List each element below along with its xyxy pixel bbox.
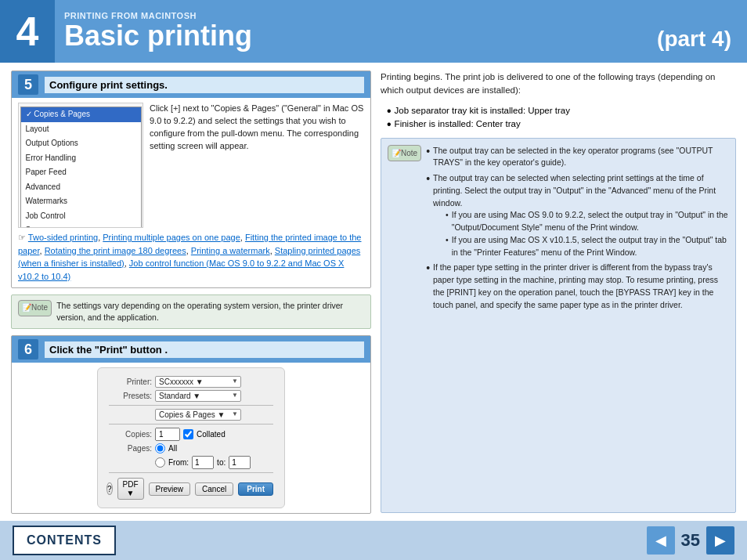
right-note-text-2-container: The output tray can be selected when sel… (433, 172, 729, 258)
chapter-number: 4 (0, 0, 55, 63)
sub-bullet-dot-1: • (446, 209, 449, 234)
step6-body: Printer: SCxxxxxx ▼ Presets: Standard ▼ … (12, 363, 370, 513)
step5-title: Configure print settings. (45, 77, 364, 93)
right-note-box: 📝Note • The output tray can be selected … (381, 138, 736, 513)
step5-inner: Copies & Pages Layout Output Options Err… (18, 103, 364, 228)
right-note-content: • The output tray can be selected in the… (426, 145, 729, 506)
copies-row: Copies: Collated (109, 428, 273, 441)
sub-bullet-text-2: If you are using Mac OS X v10.1.5, selec… (452, 234, 729, 259)
copies-pages-select[interactable]: Copies & Pages ▼ (155, 409, 241, 421)
step6-box: 6 Click the "Print" button . Printer: SC… (11, 335, 371, 514)
right-note-text-3: If the paper type setting in the printer… (433, 262, 729, 311)
printer-select[interactable]: SCxxxxxx ▼ (155, 376, 241, 388)
printer-label: Printer: (109, 378, 152, 386)
step5-header: 5 Configure print settings. (12, 71, 370, 98)
dropdown-item-1[interactable]: Layout (21, 122, 141, 137)
presets-select[interactable]: Standard ▼ (155, 390, 241, 402)
right-note-dot-2: • (426, 172, 430, 258)
link-watermark[interactable]: Printing a watermark (191, 246, 270, 255)
step5-box: 5 Configure print settings. Copies & Pag… (11, 70, 371, 288)
prev-icon: ◀ (655, 532, 666, 549)
chapter-title: Basic printing (64, 20, 657, 52)
dropdown-item-5[interactable]: Advanced (21, 180, 141, 195)
pages-label: Pages: (109, 444, 152, 453)
pdf-button[interactable]: PDF ▼ (117, 478, 144, 500)
presets-row: Presets: Standard ▼ (109, 390, 273, 402)
page-header: 4 PRINTING FROM MACINTOSH Basic printing… (0, 0, 747, 63)
link-two-sided[interactable]: Two-sided printing (28, 233, 98, 242)
preview-button[interactable]: Preview (149, 482, 191, 496)
footer-nav: ◀ 35 ▶ (647, 526, 734, 555)
dialog-separator-1 (109, 405, 273, 406)
pages-from-row: From: to: (109, 456, 273, 469)
page-footer: CONTENTS ◀ 35 ▶ (0, 521, 747, 560)
next-icon: ▶ (715, 532, 726, 549)
dropdown-item-6[interactable]: Watermarks (21, 194, 141, 209)
step5-body: Copies & Pages Layout Output Options Err… (12, 98, 370, 287)
next-page-button[interactable]: ▶ (706, 526, 734, 555)
step5-links: ☞ Two-sided printing, Printing multiple … (18, 231, 364, 283)
all-label: All (168, 444, 177, 453)
right-note-text-1: The output tray can be selected in the k… (433, 145, 729, 170)
bullet-text-1: Job separator tray kit is installed: Upp… (395, 104, 570, 118)
bullet-item-2: • Finisher is installed: Center tray (387, 117, 736, 132)
step5-number: 5 (18, 74, 38, 95)
copies-pages-row: Copies & Pages ▼ (109, 409, 273, 421)
contents-button[interactable]: CONTENTS (13, 526, 116, 555)
from-label: From: (168, 458, 189, 467)
pages-all-radio[interactable] (155, 443, 165, 453)
bullet-dot-1: • (387, 104, 392, 118)
printer-row: Printer: SCxxxxxx ▼ (109, 376, 273, 388)
print-dialog: Printer: SCxxxxxx ▼ Presets: Standard ▼ … (97, 367, 285, 508)
dropdown-item-7[interactable]: Job Control (21, 209, 141, 224)
link-multiple-pages[interactable]: Printing multiple pages on one page (103, 233, 240, 242)
part-label: (part 4) (657, 0, 747, 63)
dropdown-item-8[interactable]: Summary (21, 223, 141, 228)
sub-bullet-text-1: If you are using Mac OS 9.0 to 9.2.2, se… (452, 209, 729, 234)
header-title-box: PRINTING FROM MACINTOSH Basic printing (55, 0, 657, 63)
to-label: to: (217, 458, 226, 467)
sub-bullet-2: • If you are using Mac OS X v10.1.5, sel… (446, 234, 729, 259)
dialog-separator-2 (109, 424, 273, 425)
right-note-bullet-2: • The output tray can be selected when s… (426, 172, 729, 258)
cancel-button[interactable]: Cancel (195, 482, 233, 496)
right-intro-text: Printing begins. The print job is delive… (381, 70, 736, 98)
pages-row: Pages: All (109, 443, 273, 453)
right-bullets: • Job separator tray kit is installed: U… (387, 104, 736, 132)
right-column: Printing begins. The print job is delive… (381, 70, 736, 513)
step6-header: 6 Click the "Print" button . (12, 336, 370, 363)
dropdown-item-0[interactable]: Copies & Pages (21, 107, 141, 122)
dropdown-item-3[interactable]: Error Handling (21, 151, 141, 166)
pages-from-radio[interactable] (155, 457, 165, 468)
step5-description: Click [+] next to "Copies & Pages" ("Gen… (150, 103, 364, 228)
dropdown-menu: Copies & Pages Layout Output Options Err… (20, 107, 142, 228)
note-icon: 📝Note (18, 300, 52, 316)
copies-input[interactable] (155, 428, 180, 441)
help-button[interactable]: ? (106, 482, 113, 495)
from-input[interactable] (192, 456, 214, 469)
dropdown-item-2[interactable]: Output Options (21, 136, 141, 151)
main-content: 5 Configure print settings. Copies & Pag… (0, 63, 747, 521)
bullet-item-1: • Job separator tray kit is installed: U… (387, 104, 736, 118)
right-note-dot-1: • (426, 145, 430, 170)
step5-note-text: The settings vary depending on the opera… (56, 300, 364, 323)
copies-label: Copies: (109, 430, 152, 439)
dropdown-menu-image: Copies & Pages Layout Output Options Err… (18, 103, 143, 228)
sub-bullet-1: • If you are using Mac OS 9.0 to 9.2.2, … (446, 209, 729, 234)
right-note-bullet-1: • The output tray can be selected in the… (426, 145, 729, 170)
presets-label: Presets: (109, 392, 152, 400)
collated-label: Collated (197, 430, 226, 439)
to-input[interactable] (229, 456, 251, 469)
link-rotating[interactable]: Rotating the print image 180 degrees (45, 246, 186, 255)
step5-note-box: 📝Note The settings vary depending on the… (11, 294, 371, 329)
bullet-text-2: Finisher is installed: Center tray (395, 117, 521, 132)
bullet-dot-2: • (387, 117, 392, 132)
prev-page-button[interactable]: ◀ (647, 526, 675, 555)
right-note-dot-3: • (426, 262, 430, 311)
dropdown-item-4[interactable]: Paper Feed (21, 165, 141, 180)
collated-checkbox[interactable] (183, 429, 193, 439)
sub-bullet-dot-2: • (446, 234, 449, 259)
left-column: 5 Configure print settings. Copies & Pag… (11, 70, 371, 513)
print-button[interactable]: Print (238, 482, 273, 496)
right-note-text-2: The output tray can be selected when sel… (433, 173, 716, 208)
